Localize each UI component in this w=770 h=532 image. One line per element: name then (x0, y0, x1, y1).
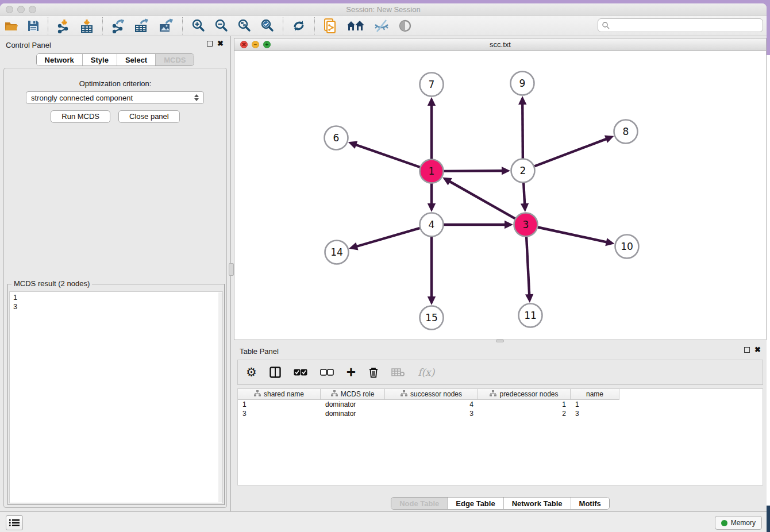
node-4[interactable]: 4 (420, 213, 444, 237)
zoom-selected-icon[interactable] (260, 17, 275, 35)
edge-1-2[interactable] (442, 171, 503, 171)
import-network-icon[interactable] (56, 17, 71, 35)
search-input[interactable] (612, 21, 763, 29)
table-row[interactable]: 3dominator323 (238, 409, 763, 418)
select-all-checkboxes-icon[interactable] (294, 369, 307, 376)
cell[interactable]: 2 (478, 409, 571, 418)
tab-style[interactable]: Style (82, 54, 117, 65)
close-panel-icon[interactable]: ✖ (754, 347, 761, 353)
split-columns-icon[interactable] (270, 367, 281, 378)
node-8[interactable]: 8 (614, 120, 638, 144)
column-header-name[interactable]: name (571, 389, 619, 400)
node-6[interactable]: 6 (325, 126, 348, 150)
tab-edge-table[interactable]: Edge Table (447, 498, 503, 509)
edge-3-10[interactable] (537, 227, 608, 242)
node-10[interactable]: 10 (615, 235, 639, 259)
node-2[interactable]: 2 (511, 159, 535, 183)
zoom-in-icon[interactable] (191, 17, 206, 35)
arrowhead-2-3 (521, 203, 529, 212)
deselect-all-checkboxes-icon[interactable] (320, 369, 334, 376)
cell[interactable]: 1 (478, 400, 571, 409)
node-15[interactable]: 15 (420, 306, 444, 330)
tab-network[interactable]: Network (37, 54, 82, 65)
edge-3-11[interactable] (526, 236, 529, 296)
tab-select[interactable]: Select (117, 54, 155, 65)
optimization-criterion-label: Optimization criterion: (4, 79, 226, 88)
cell[interactable]: 3 (238, 409, 321, 418)
tab-mcds[interactable]: MCDS (155, 54, 194, 65)
export-table-icon[interactable] (134, 17, 150, 35)
zoom-out-icon[interactable] (214, 17, 229, 35)
horizontal-splitter-grip[interactable] (496, 339, 504, 342)
open-session-icon[interactable] (4, 17, 19, 35)
edge-2-3[interactable] (523, 182, 525, 205)
table-panel-tabs: Node TableEdge TableNetwork TableMotifs (391, 497, 610, 510)
tab-node-table[interactable]: Node Table (391, 498, 447, 509)
search-field[interactable] (598, 18, 763, 32)
node-9[interactable]: 9 (511, 72, 534, 95)
network-canvas[interactable]: 7968124314101511 (234, 51, 766, 340)
node-3[interactable]: 3 (514, 213, 538, 237)
gear-icon[interactable]: ⚙ (246, 367, 257, 378)
export-image-icon[interactable] (158, 17, 174, 35)
node-label-2: 2 (520, 165, 526, 176)
arrowhead-4-15 (428, 296, 436, 305)
splitter-grip[interactable] (229, 263, 234, 276)
edge-2-9[interactable] (522, 103, 523, 160)
column-header-MCDS-role[interactable]: MCDS role (321, 389, 385, 400)
mcds-result-list[interactable]: 1 3 (9, 291, 223, 503)
float-panel-icon[interactable] (207, 41, 213, 47)
tab-motifs[interactable]: Motifs (571, 498, 609, 509)
edge-3-1[interactable] (449, 181, 517, 219)
column-header-predecessor-nodes[interactable]: predecessor nodes (478, 389, 571, 400)
add-column-icon[interactable]: + (346, 367, 356, 378)
show-all-icon[interactable] (398, 17, 413, 35)
save-session-icon[interactable] (27, 17, 40, 35)
node-7[interactable]: 7 (420, 73, 444, 97)
cell[interactable]: 4 (385, 400, 478, 409)
toolbar-separator (314, 17, 315, 34)
tree-icon (254, 390, 261, 398)
cell[interactable]: 3 (571, 409, 619, 418)
toolbar-separator (182, 17, 183, 34)
memory-button[interactable]: Memory (715, 516, 762, 530)
network-window-titlebar[interactable]: ✕ − + scc.txt (234, 38, 766, 51)
node-11[interactable]: 11 (519, 304, 542, 327)
cell[interactable]: dominator (321, 409, 385, 418)
tab-network-table[interactable]: Network Table (503, 498, 571, 509)
edge-1-6[interactable] (355, 144, 421, 168)
cell[interactable]: 3 (385, 409, 478, 418)
delete-table-icon[interactable] (391, 368, 405, 377)
close-panel-button[interactable]: Close panel (118, 110, 180, 123)
task-history-button[interactable] (6, 515, 23, 530)
refresh-layout-icon[interactable] (291, 17, 306, 35)
column-header-shared-name[interactable]: shared name (238, 389, 321, 400)
arrowhead-4-3 (505, 221, 513, 229)
scrollbar-track[interactable] (218, 292, 222, 502)
cell[interactable]: 1 (238, 400, 321, 409)
node-1[interactable]: 1 (420, 160, 444, 183)
close-panel-icon[interactable]: ✖ (217, 41, 224, 47)
import-table-icon[interactable] (79, 17, 94, 35)
run-mcds-button[interactable]: Run MCDS (51, 110, 110, 123)
hide-selected-icon[interactable] (374, 17, 390, 35)
column-label: MCDS role (341, 390, 375, 398)
export-network-icon[interactable] (111, 17, 126, 35)
first-neighbors-icon[interactable] (346, 17, 365, 35)
node-label-1: 1 (429, 165, 435, 177)
zoom-fit-icon[interactable] (237, 17, 252, 35)
float-panel-icon[interactable] (744, 347, 750, 353)
function-builder-icon[interactable]: f(x) (418, 367, 434, 378)
control-panel-tabs: NetworkStyleSelectMCDS (36, 53, 195, 66)
delete-column-icon[interactable] (368, 367, 379, 378)
table-body: 1dominator4113dominator323 (238, 400, 763, 418)
cell[interactable]: dominator (321, 400, 385, 409)
new-network-from-selection-icon[interactable] (323, 17, 338, 35)
table-row[interactable]: 1dominator411 (238, 400, 763, 409)
edge-2-8[interactable] (533, 138, 607, 167)
optimization-criterion-select[interactable]: strongly connected component (26, 91, 204, 104)
edge-4-14[interactable] (356, 228, 421, 246)
column-header-successor-nodes[interactable]: successor nodes (385, 389, 478, 400)
node-14[interactable]: 14 (325, 241, 349, 264)
cell[interactable]: 1 (571, 400, 619, 409)
